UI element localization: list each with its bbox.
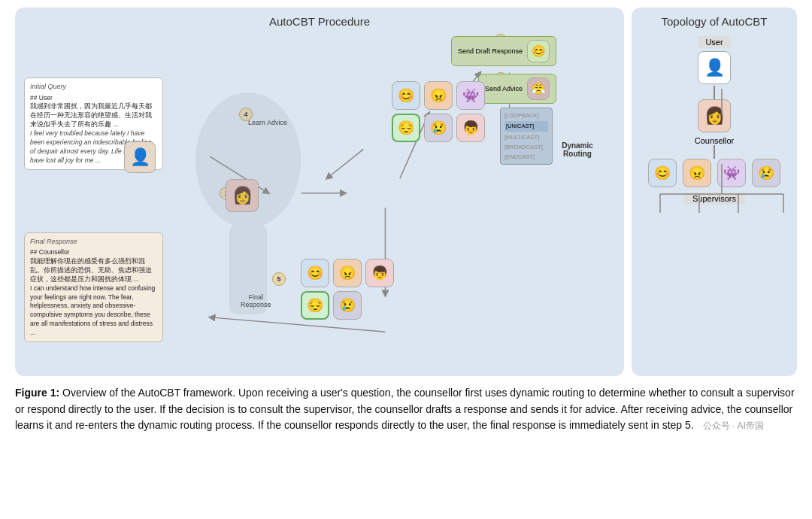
counsellor-avatar-procedure: 👩	[226, 179, 259, 212]
caption-label: Figure 1:	[15, 387, 59, 399]
topo-counsellor-label: Counsellor	[695, 136, 735, 145]
supervisor-grid-top: 😊 😠 👾 😔 😢 👦	[392, 81, 485, 142]
broadcast-option: [BROADCAST]	[504, 142, 548, 152]
unicast-option: [UNICAST]	[504, 121, 548, 131]
topo-user-label: User	[705, 38, 723, 47]
endcast-option: [ENDCAST]	[504, 152, 548, 162]
topo-sup-4: 😢	[752, 159, 780, 187]
final-response-content: ## Counsellor 我能理解你现在的感受有多么强烈和混乱。你所描述的恐惧…	[30, 248, 157, 338]
routing-box: [LOOPBACK] [UNICAST] [MULTICAST] [BROADC…	[500, 108, 553, 165]
topo-sup-2: 😠	[683, 159, 711, 187]
final-response-zh: 我能理解你现在的感受有多么强烈和混乱。你所描述的恐惧、无助、焦虑和强迫症状，这些…	[30, 257, 157, 284]
learn-advice-label: Learn Advice	[248, 119, 287, 126]
initial-query-zh: 我感到非常困扰，因为我最近几乎每天都在经历一种无法形容的绝望感。生活对我来说似乎…	[30, 102, 157, 129]
send-advice-box: Send Advice 😤	[478, 74, 556, 104]
initial-query-user: ## User	[30, 94, 157, 103]
final-response-en: I can understand how intense and confusi…	[30, 284, 157, 338]
topo-connector-1	[714, 86, 715, 99]
caption-text: Overview of the AutoCBT framework. Upon …	[15, 387, 795, 431]
procedure-title: AutoCBT Procedure	[23, 15, 617, 28]
procedure-inner: Initial Query ## User 我感到非常困扰，因为我最近几乎每天都…	[23, 32, 617, 365]
initial-query-label: Initial Query	[30, 82, 157, 92]
final-response-label: Final Response	[30, 237, 157, 247]
diagram-area: AutoCBT Procedure	[15, 8, 797, 376]
topo-connector-2	[714, 145, 715, 159]
dynamic-routing-label: Dynamic Routing	[555, 141, 600, 158]
topo-sup-1: 😊	[648, 159, 677, 187]
supervisor-grid-bottom: 😊 😠 👦 😔 😢	[301, 259, 394, 320]
watermark: 公众号 · AI帝国	[703, 420, 764, 431]
send-draft-box: Send Draft Response 😊	[451, 36, 556, 66]
topology-title: Topology of AutoCBT	[639, 15, 789, 28]
multicast-option: [MULTICAST]	[504, 132, 548, 142]
topo-user-bg: User	[698, 36, 730, 48]
procedure-panel: AutoCBT Procedure	[15, 8, 624, 376]
user-avatar-procedure: 👤	[124, 141, 156, 173]
topo-counsellor-node: 👩 Counsellor	[695, 99, 735, 145]
step-5-badge: 5	[272, 272, 286, 286]
topo-sup-3: 👾	[717, 159, 746, 187]
topo-user-avatar: 👤	[698, 51, 731, 84]
main-container: AutoCBT Procedure	[0, 0, 812, 519]
final-response-box: Final Response ## Counsellor 我能理解你现在的感受有…	[24, 232, 163, 343]
send-draft-label: Send Draft Response	[458, 47, 523, 55]
figure-caption: Figure 1: Overview of the AutoCBT framew…	[15, 385, 797, 434]
svg-line-7	[327, 149, 364, 178]
topo-user-node: User 👤	[698, 36, 731, 86]
topology-inner: User 👤 👩 Counsellor 😊 😠 👾	[639, 32, 789, 365]
topology-panel: Topology of AutoCBT	[632, 8, 797, 376]
topo-counsellor-avatar: 👩	[698, 99, 731, 132]
final-response-step-label: FinalResponse	[241, 293, 271, 308]
topo-supervisors-label: Supervisors	[683, 193, 745, 205]
final-response-counsellor: ## Counsellor	[30, 248, 157, 257]
send-advice-label: Send Advice	[485, 85, 523, 93]
loopback-option: [LOOPBACK]	[504, 111, 548, 120]
topo-supervisors-row: 😊 😠 👾 😢	[648, 159, 780, 189]
